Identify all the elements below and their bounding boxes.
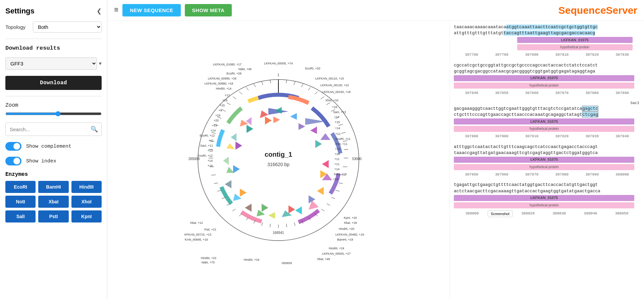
svg-text:+19: +19	[222, 99, 227, 102]
svg-text:XhoI, +10: XhoI, +10	[325, 99, 338, 102]
divider-2	[5, 96, 102, 96]
svg-text:LKFKAN_00980, +18: LKFKAN_00980, +18	[205, 82, 233, 85]
show-index-label: Show index	[26, 158, 56, 164]
svg-text:LKFKAN_00695, +16: LKFKAN_00695, +16	[184, 238, 208, 241]
svg-line-60	[211, 132, 216, 134]
svg-text:contig_1: contig_1	[265, 151, 292, 158]
svg-text:PstI, +21: PstI, +21	[204, 228, 216, 231]
seq-top-2: cgccatcgctgccggtattgccgctgccccagccactacc…	[454, 62, 640, 68]
seq-bot-1: attgtttgtttgtttatgttaccagtttaattgaagttag…	[454, 30, 640, 36]
svg-text:+14: +14	[211, 129, 216, 132]
svg-text:NdeI, +75: NdeI, +75	[202, 261, 215, 264]
zoom-slider[interactable]	[5, 111, 102, 116]
seq-block-3: SacI gacgaaagggtcaacttggtcgaattgggtgttta…	[451, 99, 643, 141]
show-meta-button[interactable]: SHOW META	[185, 4, 232, 16]
svg-text:LKFKAN_00990, +26: LKFKAN_00990, +26	[208, 77, 236, 80]
search-input[interactable]	[6, 123, 87, 136]
svg-text:HindIII, +20: HindIII, +20	[339, 227, 354, 231]
download-button[interactable]: Download	[5, 76, 102, 90]
enzyme-btn-psti[interactable]: PstI	[38, 210, 68, 222]
svg-line-79	[321, 209, 324, 211]
svg-line-50	[233, 97, 236, 99]
menu-icon[interactable]: ≡	[114, 6, 118, 14]
svg-line-41	[301, 84, 303, 87]
enzyme-btn-noti[interactable]: NotI	[5, 196, 36, 208]
svg-line-39	[286, 80, 287, 83]
svg-text:EcoRI, +11: EcoRI, +11	[335, 137, 351, 141]
svg-marker-21	[245, 204, 252, 212]
gene-bar-lkfkan-01075-4: LKFKAN_01075	[454, 157, 634, 163]
svg-text:HindIII, +14: HindIII, +14	[216, 87, 231, 90]
svg-marker-18	[317, 187, 324, 195]
gene-bar-hypo-4: hypothetical protein	[454, 164, 634, 170]
svg-line-61	[343, 141, 347, 142]
svg-text:SacI, +13: SacI, +13	[333, 110, 346, 114]
enzyme-btn-sali[interactable]: SalI	[5, 210, 36, 222]
svg-text:+16: +16	[332, 105, 337, 109]
svg-text:+14: +14	[208, 159, 213, 162]
svg-line-52	[227, 103, 230, 105]
svg-marker-26	[273, 116, 280, 123]
enzyme-btn-hindiii[interactable]: HindIII	[71, 181, 102, 193]
topology-label: Topology	[5, 24, 29, 30]
svg-text:EcoRI, +12: EcoRI, +12	[200, 134, 215, 137]
show-complement-toggle[interactable]	[5, 142, 21, 151]
axis-4: 307950 307960 307970 307980 307990 30800…	[454, 171, 640, 178]
svg-text:NdeI, +45: NdeI, +45	[238, 67, 252, 71]
svg-text:316620 bp: 316620 bp	[267, 162, 289, 167]
enzyme-btn-kpni[interactable]: KpnI	[71, 210, 102, 222]
svg-text:BamHI, +19: BamHI, +19	[337, 238, 353, 241]
svg-text:+14: +14	[334, 167, 339, 171]
zoom-label: Zoom	[5, 102, 102, 108]
svg-line-73	[335, 190, 339, 191]
svg-text:LKFKAN_00110, +15: LKFKAN_00110, +15	[315, 77, 344, 80]
svg-marker-17	[322, 160, 329, 168]
svg-text:+14: +14	[333, 178, 338, 181]
svg-line-44	[254, 84, 256, 87]
search-button[interactable]: 🔍	[87, 123, 101, 136]
download-section-title: Download results	[5, 45, 102, 51]
svg-text:KpnI, +16: KpnI, +16	[344, 216, 357, 219]
screenshot-button[interactable]: Screenshot	[488, 210, 513, 217]
svg-text:+13: +13	[208, 149, 213, 152]
enzyme-btn-bamhi[interactable]: BamHI	[38, 181, 68, 193]
enzyme-btn-xhoi[interactable]: XhoI	[71, 196, 102, 208]
svg-text:+18: +18	[208, 164, 213, 167]
seq-top-1: taacaaacaaaacaaatacaatggtcaaattaacttcaat…	[454, 24, 640, 30]
new-sequence-button[interactable]: NEW SEQUENCE	[122, 4, 180, 16]
svg-line-48	[239, 92, 242, 94]
seq-block-4: atttggctcaatactacttgtttcaagcagctcatccaac…	[451, 143, 643, 180]
main-content: ≡ NEW SEQUENCE SHOW META SequenceServer	[107, 0, 644, 299]
svg-text:SacI, +19: SacI, +19	[334, 172, 346, 176]
svg-marker-11	[226, 143, 235, 149]
svg-line-74	[217, 190, 221, 191]
svg-line-47	[315, 92, 318, 94]
svg-marker-28	[315, 140, 322, 148]
seq-block-1: taacaaacaaaacaaatacaatggtcaaattaacttcaat…	[451, 23, 643, 60]
format-select[interactable]: GFF3 FASTA GenBank	[5, 57, 97, 70]
svg-line-90	[270, 224, 270, 227]
svg-line-75	[331, 197, 335, 199]
enzyme-btn-ecori[interactable]: EcoRI	[5, 181, 36, 193]
circular-panel: 1 53000 265008 166541 contig_1 316620 bp…	[107, 21, 449, 299]
svg-text:53000: 53000	[352, 157, 362, 161]
svg-text:+10: +10	[335, 147, 340, 151]
show-index-toggle[interactable]	[5, 157, 21, 165]
gene-bar-lkfkan-01075-1: LKFKAN_01075	[517, 37, 633, 43]
svg-text:EcoRI, +20: EcoRI, +20	[305, 67, 320, 70]
svg-text:+11: +11	[334, 162, 339, 166]
topology-select[interactable]: Both Linear Circular	[33, 21, 102, 33]
enzyme-btn-xbai[interactable]: XbaI	[38, 196, 68, 208]
logo-part2: Server	[606, 5, 637, 16]
svg-marker-33	[240, 189, 247, 197]
saci-label: SacI	[454, 101, 640, 106]
svg-text:XbaI, +49: XbaI, +49	[317, 257, 330, 261]
svg-line-42	[270, 80, 271, 83]
svg-text:+15: +15	[335, 120, 340, 124]
gene-bar-hypo-3: hypothetical protein	[454, 126, 634, 132]
svg-marker-15	[290, 113, 297, 120]
seq-top-3: gacgaaagggtcaacttggtcgaattgggtgtttacgtct…	[454, 106, 640, 112]
sidebar-collapse-button[interactable]: ❮	[97, 7, 102, 15]
svg-text:XbaI, +12: XbaI, +12	[190, 221, 203, 225]
top-bar: ≡ NEW SEQUENCE SHOW META SequenceServer	[107, 0, 644, 21]
